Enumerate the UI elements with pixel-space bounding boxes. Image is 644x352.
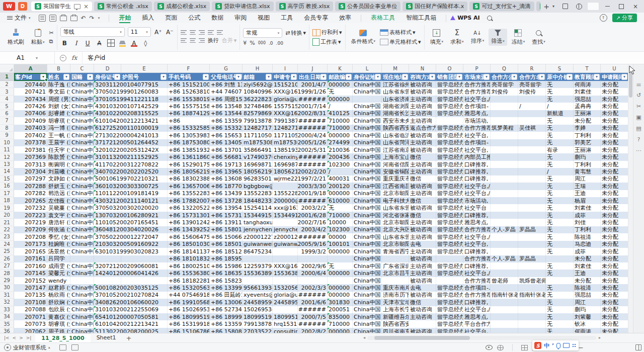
macro-record-icon[interactable] <box>497 345 504 350</box>
cell[interactable]: bgbgbow@ <box>243 183 273 190</box>
header-cell[interactable]: 现住地址 <box>382 73 409 81</box>
cut-icon[interactable]: ✂ <box>49 30 54 36</box>
cell[interactable]: 18448233 <box>243 197 273 204</box>
cell[interactable] <box>491 204 518 211</box>
cell[interactable]: +86 1340540988 <box>210 139 243 146</box>
cell[interactable]: 吕同学 <box>47 255 70 262</box>
cell[interactable]: 207369 <box>14 153 47 160</box>
cell[interactable]: 未分配 <box>601 103 628 110</box>
header-cell[interactable]: 邮政编码 <box>328 73 353 81</box>
document-tab[interactable]: S英国留学生× <box>31 2 92 11</box>
sort-button[interactable]: A↓ 排序▾ <box>468 29 487 46</box>
cell[interactable]: 2000/4/24 <box>298 132 328 139</box>
cell[interactable]: 无 <box>546 328 574 333</box>
cell[interactable]: 135522836 <box>273 190 298 197</box>
cell[interactable]: 个人-罗晶 <box>491 255 518 262</box>
cell[interactable]: China中国 <box>353 88 382 95</box>
cell[interactable]: 未分配 <box>601 153 628 160</box>
cell[interactable]: 未分配 <box>601 175 628 183</box>
cell[interactable]: 2002/3/3 <box>298 284 328 291</box>
cell[interactable]: China中国 <box>353 190 382 197</box>
cell[interactable]: China中国 <box>70 175 94 183</box>
cell[interactable]: 000000 <box>328 132 353 139</box>
cell[interactable]: +86 18056219 <box>168 168 210 175</box>
cell[interactable]: 150269534 <box>243 306 273 313</box>
cell[interactable] <box>382 277 409 284</box>
header-cell[interactable]: 原中介机 <box>546 73 574 81</box>
row-header[interactable]: 15 <box>0 175 14 183</box>
filter-dropdown-icon[interactable] <box>63 74 69 80</box>
cell[interactable]: China中国 <box>353 183 382 190</box>
header-cell[interactable]: 出生日期 <box>298 73 328 81</box>
column-header-R[interactable]: R <box>518 64 546 72</box>
cell[interactable]: guiwanwei <box>243 241 273 248</box>
cell[interactable]: China中国 <box>70 292 94 299</box>
cell[interactable]: China中国 <box>70 248 94 255</box>
borders-button[interactable] <box>107 39 115 47</box>
cell[interactable]: 207378 <box>14 139 47 146</box>
sheet-tab[interactable]: 11_28_5_1000 <box>35 333 90 343</box>
cell[interactable]: 微信 <box>409 212 436 219</box>
cell[interactable]: 郭美艺 <box>574 139 601 146</box>
cell[interactable]: +86 1877000215 <box>210 183 243 190</box>
cell[interactable]: 180995191 <box>243 313 273 320</box>
clear-format-button[interactable]: ◊ <box>141 39 150 47</box>
cell[interactable]: 207406 <box>14 110 47 117</box>
cell[interactable]: 207145 <box>14 270 47 277</box>
cell[interactable] <box>491 103 518 110</box>
cell[interactable]: 962835011 <box>243 175 273 183</box>
column-header-E[interactable]: E <box>121 64 168 72</box>
row-header[interactable]: 5 <box>0 103 14 110</box>
cell[interactable]: 207232 <box>14 204 47 211</box>
cell[interactable]: 未分配 <box>601 306 628 313</box>
column-header-J[interactable]: J <box>298 64 328 72</box>
cell[interactable] <box>518 153 546 160</box>
cell[interactable]: +86 18002510 <box>168 262 210 270</box>
cell[interactable]: +86 15536380 <box>168 270 210 277</box>
cell[interactable]: 季文茹 (女 <box>47 88 70 95</box>
conditional-format-button[interactable]: 条件格式▾ <box>349 29 378 46</box>
document-tab[interactable]: S常州公积金 .xlsx <box>94 2 152 11</box>
next-sheet-icon[interactable]: > <box>19 335 23 340</box>
row-header[interactable]: 21 <box>0 219 14 226</box>
column-header-U[interactable]: U <box>601 64 628 72</box>
cell[interactable]: 000000 <box>328 284 353 291</box>
row-header[interactable]: 3 <box>0 88 14 95</box>
cell[interactable]: 被动咨询 <box>409 183 436 190</box>
cell[interactable]: China中国 <box>353 284 382 291</box>
table-style-button[interactable]: 表格样式▾ <box>380 29 421 36</box>
cell[interactable]: +86 1565399710 <box>210 132 243 139</box>
cell[interactable]: China中国 <box>353 132 382 139</box>
cell[interactable] <box>121 255 168 262</box>
cell[interactable]: 无 <box>546 306 574 313</box>
menu-tab-公式[interactable]: 公式 <box>183 13 206 23</box>
cell[interactable]: +86 1851229020 <box>210 248 243 255</box>
cell[interactable]: China中国 <box>70 117 94 124</box>
cell[interactable]: 社交平台,/ <box>463 183 491 190</box>
cell[interactable]: 曾老师 <box>491 277 518 284</box>
row-header[interactable]: 31 <box>0 292 14 299</box>
maximize-button[interactable] <box>615 2 628 11</box>
cell[interactable]: 文静如 (女 <box>47 175 70 183</box>
cell[interactable]: 430321200211140121 <box>94 197 121 204</box>
print-preview-icon[interactable] <box>70 16 77 21</box>
cell[interactable]: 207402 <box>14 132 47 139</box>
cell[interactable]: 2000/6/4 <box>298 270 328 277</box>
cell[interactable]: China中国 <box>353 262 382 270</box>
cell[interactable]: 无 <box>328 204 353 211</box>
cell[interactable]: +86 15026953 <box>168 306 210 313</box>
microphone-icon[interactable] <box>556 343 560 348</box>
workspace-icon[interactable] <box>558 2 572 11</box>
cell[interactable] <box>94 255 121 262</box>
cell[interactable]: 370105199411221118 <box>94 96 121 103</box>
cell[interactable]: 207073 <box>14 320 47 327</box>
cell[interactable]: 无 <box>546 190 574 197</box>
wps-logo-icon[interactable]: W <box>3 2 15 11</box>
cell[interactable]: 835000 <box>328 313 353 320</box>
cell[interactable]: 留学总经办 <box>436 241 463 248</box>
cell[interactable]: 32010220020531242X <box>94 146 121 153</box>
cell[interactable]: 200051 <box>328 306 353 313</box>
sum-button[interactable]: Σ 求和▾ <box>448 28 466 47</box>
cell[interactable]: 社交平台, <box>463 328 491 333</box>
cell[interactable]: gloria@uki <box>273 96 298 103</box>
